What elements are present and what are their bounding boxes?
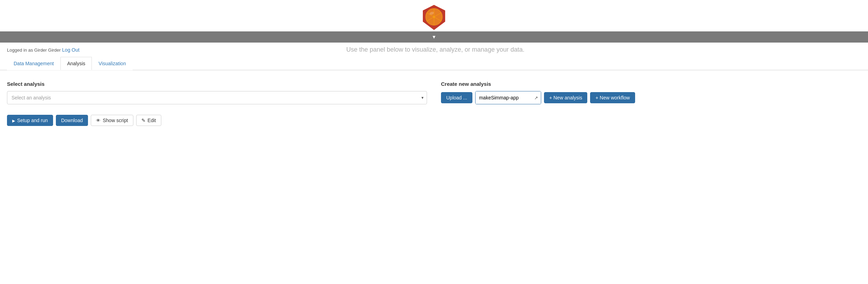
new-analysis-button[interactable]: + New analysis xyxy=(544,92,588,103)
show-script-label: Show script xyxy=(103,118,128,123)
analysis-name-input-wrapper: ↗ xyxy=(475,91,541,104)
eye-icon: 👁 xyxy=(96,118,101,123)
show-script-button[interactable]: 👁 Show script xyxy=(91,115,133,126)
collapse-bar[interactable]: ▾ xyxy=(0,31,868,43)
select-analysis-section: Select analysis Select an analysis ▾ xyxy=(7,81,427,104)
setup-run-button[interactable]: Setup and run xyxy=(7,115,53,126)
logged-in-text: Logged in as Girder Girder xyxy=(7,47,61,53)
main-content: Select analysis Select an analysis ▾ Cre… xyxy=(0,70,868,136)
logo-area xyxy=(0,0,868,31)
create-analysis-section: Create new analysis Upload ... ↗ + New a… xyxy=(441,81,861,104)
panel-description: Use the panel below to visualize, analyz… xyxy=(80,46,791,53)
svg-point-6 xyxy=(433,16,435,18)
create-analysis-title: Create new analysis xyxy=(441,81,861,87)
info-bar: Logged in as Girder Girder Log Out Use t… xyxy=(0,43,868,57)
select-wrapper: Select an analysis ▾ xyxy=(7,91,427,104)
chevron-down-icon: ▾ xyxy=(433,34,435,40)
tab-visualization[interactable]: Visualization xyxy=(92,57,132,70)
app-logo xyxy=(420,3,448,31)
logged-in-info: Logged in as Girder Girder Log Out xyxy=(7,47,80,53)
edit-label: Edit xyxy=(148,118,156,123)
content-grid: Select analysis Select an analysis ▾ Cre… xyxy=(7,81,861,104)
analysis-select[interactable]: Select an analysis xyxy=(7,91,427,104)
open-link-icon: ↗ xyxy=(534,95,538,100)
download-button[interactable]: Download xyxy=(56,115,88,126)
tabs-bar: Data Management Analysis Visualization xyxy=(0,57,868,70)
upload-button[interactable]: Upload ... xyxy=(441,92,472,103)
logout-link[interactable]: Log Out xyxy=(62,47,80,53)
analysis-name-input[interactable] xyxy=(476,91,531,104)
edit-icon: ✎ xyxy=(141,118,146,123)
new-workflow-button[interactable]: + New workflow xyxy=(590,92,635,103)
tab-data-management[interactable]: Data Management xyxy=(7,57,60,70)
select-analysis-title: Select analysis xyxy=(7,81,427,87)
setup-run-label: Setup and run xyxy=(17,118,48,123)
action-buttons: Setup and run Download 👁 Show script ✎ E… xyxy=(7,115,861,126)
edit-button[interactable]: ✎ Edit xyxy=(136,115,161,126)
create-controls: Upload ... ↗ + New analysis + New workfl… xyxy=(441,91,861,104)
open-link-icon-button[interactable]: ↗ xyxy=(531,91,541,104)
play-icon xyxy=(12,118,15,123)
tab-analysis[interactable]: Analysis xyxy=(60,57,92,70)
